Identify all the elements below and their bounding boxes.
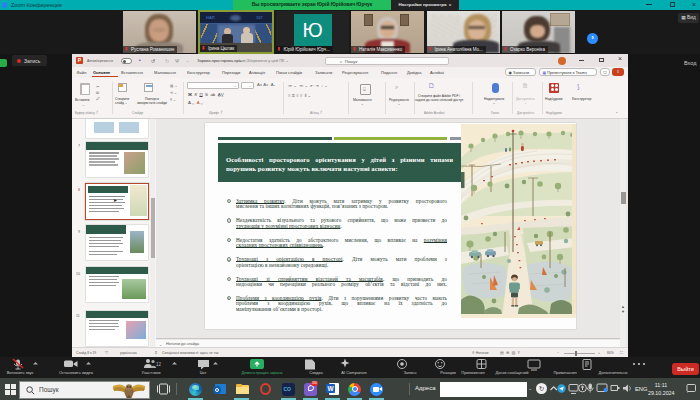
svg-text:ENG: ENG xyxy=(635,386,648,392)
svg-text:12: 12 xyxy=(156,362,162,367)
